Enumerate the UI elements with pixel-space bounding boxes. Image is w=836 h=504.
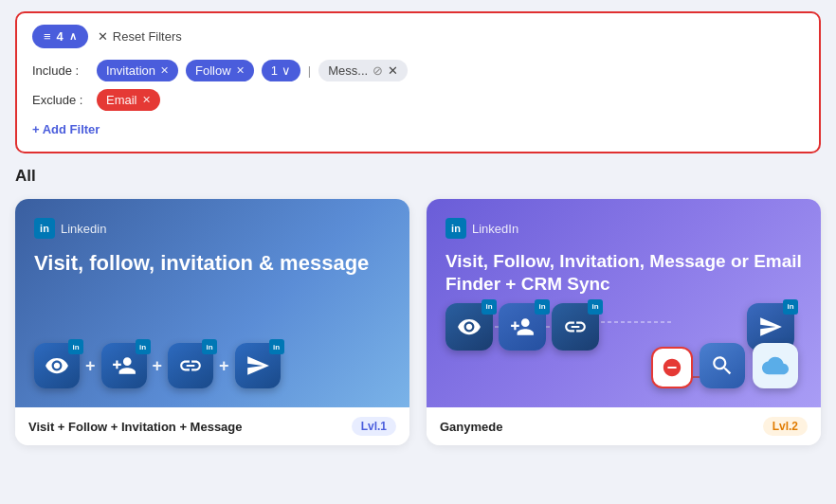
in-badge: in bbox=[68, 339, 83, 354]
linkedin-text-left: Linkedin bbox=[61, 222, 106, 236]
in-badge-4: in bbox=[269, 339, 284, 354]
chevron-icon: ∧ bbox=[69, 30, 77, 43]
link-icon-left: in bbox=[168, 343, 213, 388]
section-title: All bbox=[15, 167, 821, 186]
plus-1: + bbox=[85, 356, 96, 376]
include-row: Include : Invitation ✕ Follow ✕ 1 ∨ | Me… bbox=[32, 60, 804, 81]
card-left[interactable]: in Linkedin Visit, follow, invitation & … bbox=[15, 199, 409, 445]
plus-2: + bbox=[153, 356, 163, 376]
tag-follow[interactable]: Follow ✕ bbox=[186, 60, 254, 81]
person-add-icon-right: in bbox=[499, 303, 546, 351]
plus-3: + bbox=[219, 356, 229, 376]
link-icon-right: in bbox=[552, 303, 599, 351]
card-right-footer-title: Ganymede bbox=[440, 420, 502, 434]
tag-invitation[interactable]: Invitation ✕ bbox=[97, 60, 178, 81]
in-badge-3: in bbox=[202, 339, 217, 354]
card-right-title: Visit, Follow, Invitation, Message or Em… bbox=[445, 250, 802, 296]
eye-icon-left: in bbox=[34, 343, 80, 388]
close-message-icon[interactable]: ✕ bbox=[388, 63, 398, 78]
cards-grid: in Linkedin Visit, follow, invitation & … bbox=[15, 199, 821, 445]
card-right[interactable]: in LinkedIn Visit, Follow, Invitation, M… bbox=[427, 199, 821, 445]
tag-count-dropdown[interactable]: 1 ∨ bbox=[262, 60, 300, 81]
card-right-footer: Ganymede Lvl.2 bbox=[427, 407, 821, 445]
filter-header: ≡ 4 ∧ ✕ Reset Filters bbox=[32, 25, 804, 48]
close-email-icon[interactable]: ✕ bbox=[142, 94, 151, 106]
card-right-image: in LinkedIn Visit, Follow, Invitation, M… bbox=[427, 199, 821, 407]
card-left-footer: Visit + Follow + Invitation + Message Lv… bbox=[15, 407, 409, 445]
page-container: ≡ 4 ∧ ✕ Reset Filters Include : Invitati… bbox=[0, 0, 836, 457]
card-left-image: in Linkedin Visit, follow, invitation & … bbox=[15, 199, 409, 407]
card-right-level: Lvl.2 bbox=[763, 417, 808, 436]
action-icons-left: in + in + in + bbox=[34, 343, 391, 388]
person-add-icon-left: in bbox=[101, 343, 147, 388]
card-left-level: Lvl.1 bbox=[352, 417, 396, 436]
filter-count: 4 bbox=[57, 29, 64, 44]
search-icon-right bbox=[700, 343, 745, 388]
linkedin-text-right: LinkedIn bbox=[472, 222, 518, 236]
send-icon-left: in bbox=[235, 343, 281, 388]
add-filter-button[interactable]: + Add Filter bbox=[32, 118, 100, 140]
cloud-icon-right bbox=[753, 343, 798, 388]
exclude-label: Exclude : bbox=[32, 93, 89, 107]
close-invitation-icon[interactable]: ✕ bbox=[160, 64, 169, 77]
include-label: Include : bbox=[32, 63, 89, 78]
action-icons-right: in in in in bbox=[445, 303, 802, 389]
linkedin-badge-right: in LinkedIn bbox=[445, 218, 802, 239]
cancel-icon: ⊘ bbox=[373, 63, 383, 78]
reset-filters-button[interactable]: ✕ Reset Filters bbox=[98, 29, 182, 44]
separator: | bbox=[308, 63, 311, 78]
linkedin-icon-left: in bbox=[34, 218, 55, 239]
tag-email[interactable]: Email ✕ bbox=[97, 89, 160, 111]
linkedin-badge-left: in Linkedin bbox=[34, 218, 391, 239]
close-icon: ✕ bbox=[98, 29, 108, 44]
in-badge-2: in bbox=[136, 339, 151, 354]
card-left-footer-title: Visit + Follow + Invitation + Message bbox=[28, 420, 243, 434]
linkedin-icon-right: in bbox=[445, 218, 466, 239]
cancel-icon-right bbox=[651, 347, 693, 388]
filter-box: ≡ 4 ∧ ✕ Reset Filters Include : Invitati… bbox=[15, 11, 821, 153]
filter-count-button[interactable]: ≡ 4 ∧ bbox=[32, 25, 88, 48]
close-follow-icon[interactable]: ✕ bbox=[236, 64, 245, 77]
exclude-row: Exclude : Email ✕ bbox=[32, 89, 804, 111]
eye-icon-right: in bbox=[445, 303, 493, 351]
tag-message[interactable]: Mess... ⊘ ✕ bbox=[318, 60, 408, 81]
card-left-title: Visit, follow, invitation & message bbox=[34, 250, 391, 343]
